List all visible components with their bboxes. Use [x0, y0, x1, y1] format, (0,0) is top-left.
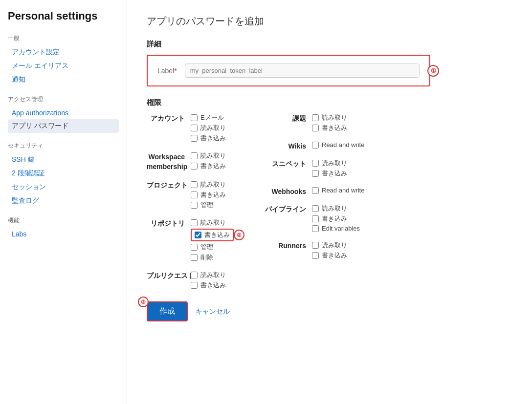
perm-checkbox[interactable]: [191, 191, 198, 198]
right-perm-title: Runners: [263, 241, 312, 250]
perm-group-4: プルリクエスト読み取り書き込み: [147, 271, 234, 290]
right-perm-checks: Read and write: [312, 187, 364, 194]
right-perm-title: Wikis: [263, 141, 312, 150]
check-item: 書き込み: [312, 169, 347, 178]
check-item: 読み取り: [312, 113, 347, 122]
perm-label: 書き込み: [200, 162, 226, 170]
sidebar-item-email[interactable]: メール エイリアス: [8, 59, 119, 73]
right-perm-group-5: Runners読み取り書き込み: [263, 241, 364, 260]
check-item: 書き込み: [312, 251, 347, 260]
cancel-button[interactable]: キャンセル: [196, 307, 230, 316]
right-perm-checks: 読み取り書き込み: [312, 113, 347, 132]
check-item: 削除: [191, 253, 234, 262]
right-perm-group-1: WikisRead and write: [263, 141, 364, 150]
perm-checks: 読み取り書き込み: [191, 271, 226, 290]
perm-checkbox[interactable]: [191, 254, 198, 261]
perm-label: 管理: [200, 243, 213, 252]
check-item: 書き込み: [312, 124, 347, 132]
perm-checks: 読み取り書き込み: [191, 151, 226, 170]
check-item: 管理: [191, 243, 234, 252]
right-perm-checks: 読み取り書き込み: [312, 241, 347, 260]
actions-row: ③ 作成 キャンセル: [147, 301, 512, 321]
perm-checkbox[interactable]: [191, 163, 198, 170]
perm-checkbox[interactable]: [191, 125, 198, 131]
perm-group-title: プロジェクト: [147, 180, 191, 190]
check-item: 書き込み: [191, 281, 226, 290]
perm-label: Eメール: [200, 113, 224, 122]
perm-checks: 読み取り書き込み②管理削除: [191, 218, 234, 262]
perm-checkbox[interactable]: [312, 205, 319, 212]
sidebar-item-account[interactable]: アカウント設定: [8, 45, 119, 59]
sidebar-item-app-auth[interactable]: App authorizations: [8, 106, 119, 119]
check-item: Read and write: [312, 187, 364, 194]
check-item: 書き込み: [191, 191, 226, 199]
perm-checkbox[interactable]: [195, 232, 201, 238]
sidebar-item-sessions[interactable]: セッション: [8, 180, 119, 194]
perm-checkbox[interactable]: [191, 219, 198, 226]
right-perm-group-0: 課題読み取り書き込み: [263, 113, 364, 132]
sidebar-section-label: セキュリティ: [8, 142, 119, 150]
perm-checkbox[interactable]: [312, 142, 319, 149]
perm-label: 管理: [200, 201, 213, 210]
perm-checkbox[interactable]: [312, 170, 319, 177]
check-item: 読み取り: [312, 241, 347, 250]
perm-checkbox[interactable]: [191, 114, 198, 121]
perm-checkbox[interactable]: [191, 244, 198, 251]
check-item: 読み取り: [191, 180, 226, 189]
perm-group-title: アカウント: [147, 113, 191, 123]
perm-label: 読み取り: [322, 113, 347, 122]
detail-section-label: 詳細: [147, 40, 512, 49]
sidebar-item-labs[interactable]: Labs: [8, 228, 119, 240]
perm-checkbox[interactable]: [312, 225, 319, 232]
perm-checkbox[interactable]: [312, 242, 319, 249]
right-perm-title: 課題: [263, 113, 312, 123]
highlighted-check-wrapper: 書き込み②: [191, 229, 234, 241]
sidebar-item-audit[interactable]: 監査ログ: [8, 194, 119, 208]
check-item: 読み取り: [312, 204, 360, 213]
badge-2: ②: [234, 230, 244, 240]
sidebar-section-label: 機能: [8, 216, 119, 225]
check-item: 書き込み: [312, 214, 360, 223]
check-item: Eメール: [191, 113, 226, 122]
perm-checkbox[interactable]: [312, 160, 319, 167]
sidebar-item-app-password[interactable]: アプリ パスワード: [8, 119, 119, 133]
perm-group-title: Workspace membership: [147, 151, 191, 171]
sidebar-section-label: 一般: [8, 34, 119, 43]
perm-label: 読み取り: [200, 218, 226, 227]
right-perm-group-4: パイプライン読み取り書き込みEdit variables: [263, 204, 364, 232]
perm-checkbox[interactable]: [191, 202, 198, 209]
perm-checkbox[interactable]: [191, 135, 198, 142]
page-title: Personal settings: [8, 10, 119, 22]
perm-checkbox[interactable]: [312, 187, 319, 194]
perm-checkbox[interactable]: [191, 272, 198, 278]
perm-group-2: プロジェクト読み取り書き込み管理: [147, 180, 234, 210]
sidebar-item-ssh[interactable]: SSH 鍵: [8, 153, 119, 167]
check-item: 読み取り: [191, 218, 234, 227]
perm-checkbox[interactable]: [312, 215, 319, 222]
create-button[interactable]: 作成: [147, 301, 188, 321]
permissions-main: アカウントEメール読み取り書き込みWorkspace membership読み取…: [147, 113, 512, 290]
perm-label: 書き込み: [200, 134, 226, 143]
right-permissions: 課題読み取り書き込みWikisRead and writeスニペット読み取り書き…: [263, 113, 364, 290]
sidebar-item-notify[interactable]: 通知: [8, 73, 119, 86]
perm-label: Read and write: [322, 141, 364, 149]
perm-checkbox[interactable]: [312, 252, 319, 259]
right-perm-group-3: WebhooksRead and write: [263, 187, 364, 195]
perm-group-title: リポジトリ: [147, 218, 191, 228]
perm-group-title: プルリクエスト: [147, 271, 191, 280]
sidebar-item-2fa[interactable]: 2 段階認証: [8, 167, 119, 180]
perm-label: 書き込み: [322, 169, 347, 178]
label-field-label: Label*: [157, 67, 177, 75]
perm-label: Read and write: [322, 187, 364, 194]
perm-checkbox[interactable]: [312, 125, 319, 131]
perm-checkbox[interactable]: [191, 152, 198, 159]
badge-1: ①: [427, 65, 439, 77]
perm-checkbox[interactable]: [312, 114, 319, 121]
label-input[interactable]: [185, 64, 420, 78]
right-perm-checks: Read and write: [312, 141, 364, 149]
perm-label: 削除: [200, 253, 213, 262]
perm-checkbox[interactable]: [191, 282, 198, 289]
perm-group-1: Workspace membership読み取り書き込み: [147, 151, 234, 171]
check-item: Read and write: [312, 141, 364, 149]
perm-checkbox[interactable]: [191, 181, 198, 188]
